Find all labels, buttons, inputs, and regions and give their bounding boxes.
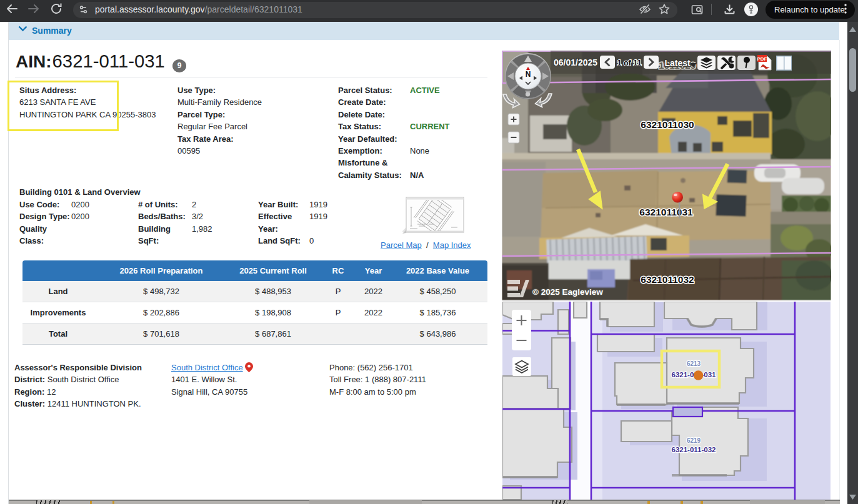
svg-text:6219: 6219 xyxy=(687,437,701,444)
svg-text:© 2025 Eagleview: © 2025 Eagleview xyxy=(532,287,603,297)
svg-text:06/01/2025: 06/01/2025 xyxy=(554,57,597,67)
svg-text:6213: 6213 xyxy=(687,360,701,367)
svg-text:6321011030: 6321011030 xyxy=(641,119,694,130)
svg-text:PDF: PDF xyxy=(757,56,767,62)
svg-text:6321-011-032: 6321-011-032 xyxy=(672,446,716,453)
svg-text:Latest: Latest xyxy=(664,58,691,68)
svg-text:6321011031: 6321011031 xyxy=(639,207,693,217)
svg-text:6321011032: 6321011032 xyxy=(641,274,694,285)
svg-text:N: N xyxy=(526,70,531,79)
svg-text:1 of 11: 1 of 11 xyxy=(617,59,642,67)
